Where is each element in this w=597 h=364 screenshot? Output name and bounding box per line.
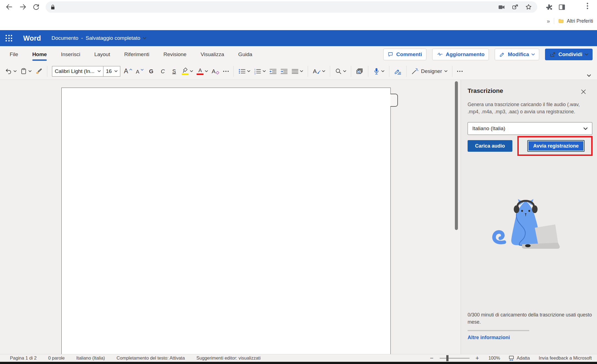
- comments-button[interactable]: Commenti: [383, 49, 426, 60]
- tab-guida[interactable]: Guida: [238, 46, 253, 63]
- kebab-menu-icon: [587, 3, 588, 9]
- find-button[interactable]: [335, 68, 346, 75]
- numbered-list-button[interactable]: 1 2 3: [254, 68, 266, 75]
- toolbar-separator: [233, 66, 234, 77]
- bold-button[interactable]: G: [147, 69, 155, 74]
- font-name-combobox[interactable]: Calibri Light (In...: [52, 66, 103, 77]
- margin-comment-tab[interactable]: [390, 94, 398, 107]
- status-bar: Pagina 1 di 2 0 parole Italiano (Italia)…: [0, 354, 597, 362]
- paste-button[interactable]: [20, 68, 32, 75]
- underline-button[interactable]: S: [170, 69, 178, 74]
- document-page[interactable]: [61, 88, 391, 354]
- status-editor-suggestions[interactable]: Suggerimenti editor: visualizzati: [196, 355, 260, 361]
- extensions-button[interactable]: [545, 3, 553, 11]
- align-button[interactable]: [291, 68, 303, 75]
- share-button[interactable]: Condividi: [545, 49, 593, 60]
- side-panel-icon: [558, 4, 565, 11]
- star-icon: [525, 4, 532, 11]
- dictate-button[interactable]: [373, 67, 384, 75]
- tab-layout[interactable]: Layout: [94, 46, 111, 63]
- app-launcher-button[interactable]: [6, 35, 12, 41]
- toolbar-overflow-button[interactable]: [457, 71, 463, 72]
- fit-to-page-button[interactable]: Adatta: [509, 355, 530, 361]
- highlight-color-button[interactable]: [181, 67, 193, 75]
- tab-inserisci[interactable]: Inserisci: [60, 46, 81, 63]
- highlighter-icon: [181, 67, 189, 75]
- tab-riferimenti[interactable]: Riferimenti: [124, 46, 150, 63]
- forward-button[interactable]: [19, 3, 27, 11]
- tab-visualizza[interactable]: Visualizza: [200, 46, 225, 63]
- vertical-scrollbar-thumb[interactable]: [455, 81, 458, 230]
- bookmarks-folder-label: Altri Preferiti: [567, 18, 593, 24]
- immersive-reader-icon: [356, 68, 363, 75]
- chevron-down-icon: [98, 70, 101, 72]
- designer-button[interactable]: Designer: [411, 68, 447, 75]
- chevron-down-icon: [381, 70, 384, 72]
- undo-button[interactable]: [5, 68, 17, 75]
- tab-home[interactable]: Home: [32, 46, 48, 63]
- send-feedback-link[interactable]: Invia feedback a Microsoft: [539, 355, 592, 361]
- font-color-button[interactable]: A: [197, 68, 208, 75]
- shrink-font-button[interactable]: A: [136, 68, 144, 74]
- chevron-down-icon: [247, 70, 250, 72]
- language-dropdown[interactable]: Italiano (Italia): [468, 122, 592, 135]
- editor-button[interactable]: [394, 68, 402, 75]
- bullet-list-button[interactable]: [238, 68, 250, 75]
- zoom-level[interactable]: 100%: [488, 355, 500, 361]
- bookmark-star-button[interactable]: [525, 4, 532, 11]
- chevron-down-icon: [143, 37, 146, 39]
- side-panel-button[interactable]: [558, 4, 565, 11]
- camera-button[interactable]: [498, 4, 505, 11]
- format-painter-button[interactable]: [35, 68, 42, 75]
- chevron-down-icon: [531, 53, 535, 56]
- toolbar-separator: [351, 66, 351, 77]
- font-color-icon: A: [197, 68, 204, 75]
- upload-audio-button[interactable]: Carica audio: [468, 140, 512, 152]
- activity-pulse-icon: [437, 51, 443, 57]
- share-page-button[interactable]: [512, 4, 519, 11]
- styles-button[interactable]: A: [313, 68, 325, 75]
- back-button[interactable]: [6, 3, 13, 11]
- status-language[interactable]: Italiano (Italia): [76, 355, 105, 361]
- status-page-count[interactable]: Pagina 1 di 2: [10, 355, 37, 361]
- collapse-ribbon-button[interactable]: [587, 74, 592, 80]
- bookmarks-folder[interactable]: Altri Preferiti: [558, 18, 593, 24]
- edit-mode-button[interactable]: Modifica: [495, 49, 539, 60]
- comment-icon: [388, 51, 394, 57]
- update-button[interactable]: Aggiornamento: [432, 49, 489, 60]
- more-info-link[interactable]: Altre informazioni: [468, 335, 510, 341]
- more-font-options-button[interactable]: [223, 71, 229, 72]
- pane-description: Genera una trascrizione caricando il fil…: [468, 101, 592, 115]
- tab-file[interactable]: File: [9, 46, 19, 63]
- clear-formatting-button[interactable]: A: [212, 68, 220, 74]
- language-selected: Italiano (Italia): [472, 125, 505, 132]
- address-bar[interactable]: [46, 1, 537, 13]
- zoom-out-button[interactable]: −: [430, 355, 434, 361]
- bookmarks-overflow-chevron[interactable]: »: [547, 18, 550, 24]
- font-size-combobox[interactable]: 16: [103, 66, 120, 77]
- grow-font-button[interactable]: A: [124, 68, 132, 74]
- bookmarks-bar: » Altri Preferiti: [0, 14, 597, 30]
- status-word-count[interactable]: 0 parole: [48, 355, 65, 361]
- browser-menu-button[interactable]: [587, 3, 588, 9]
- document-name: Documento: [51, 35, 78, 41]
- toolbar-separator: [406, 66, 406, 77]
- chevron-down-icon: [583, 127, 588, 130]
- chevron-down-icon: [114, 70, 118, 72]
- italic-button[interactable]: C: [159, 69, 167, 74]
- decrease-indent-button[interactable]: [269, 68, 277, 75]
- close-pane-button[interactable]: [580, 88, 587, 95]
- increase-indent-button[interactable]: [280, 68, 288, 75]
- reload-button[interactable]: [32, 3, 40, 11]
- status-text-completion[interactable]: Completamento del testo: Attivata: [117, 355, 185, 361]
- zoom-slider[interactable]: [440, 358, 470, 358]
- start-recording-button[interactable]: Avvia registrazione: [527, 140, 585, 152]
- zoom-slider-thumb[interactable]: [446, 355, 449, 361]
- editor-pen-icon: [394, 68, 402, 75]
- chevron-down-icon: [587, 74, 591, 77]
- tab-revisione[interactable]: Revisione: [163, 46, 187, 63]
- immersive-reader-button[interactable]: [356, 68, 363, 75]
- zoom-in-button[interactable]: +: [476, 355, 479, 361]
- document-title[interactable]: Documento - Salvataggio completato: [51, 35, 146, 41]
- app-name[interactable]: Word: [23, 34, 41, 42]
